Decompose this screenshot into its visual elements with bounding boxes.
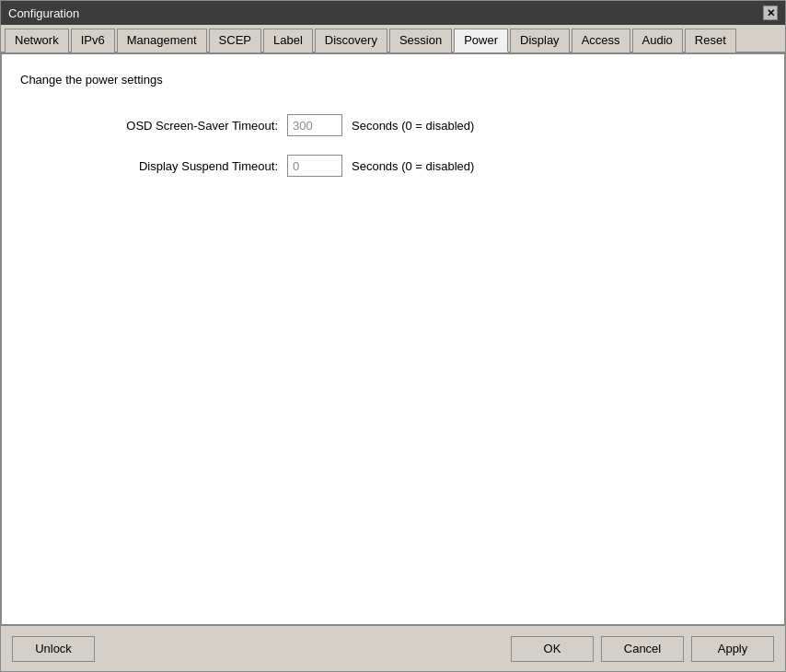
configuration-window: Configuration ✕ NetworkIPv6ManagementSCE… [0, 0, 786, 672]
title-bar: Configuration ✕ [1, 1, 785, 25]
field-hint-0: Seconds (0 = disabled) [352, 119, 474, 133]
tab-label[interactable]: Label [263, 29, 313, 52]
footer: Unlock OK Cancel Apply [1, 625, 785, 671]
tab-ipv6[interactable]: IPv6 [71, 29, 115, 52]
form-row-1: Display Suspend Timeout:Seconds (0 = dis… [75, 155, 766, 177]
unlock-button[interactable]: Unlock [12, 636, 95, 662]
ok-button[interactable]: OK [511, 636, 594, 662]
field-label-1: Display Suspend Timeout: [75, 159, 278, 173]
tabs-bar: NetworkIPv6ManagementSCEPLabelDiscoveryS… [1, 25, 785, 53]
footer-left: Unlock [12, 636, 95, 662]
field-hint-1: Seconds (0 = disabled) [352, 159, 474, 173]
close-button[interactable]: ✕ [763, 6, 778, 20]
tab-discovery[interactable]: Discovery [315, 29, 387, 52]
tab-access[interactable]: Access [572, 29, 630, 52]
tab-management[interactable]: Management [117, 29, 207, 52]
tab-scep[interactable]: SCEP [209, 29, 261, 52]
window-title: Configuration [8, 6, 79, 20]
footer-right: OK Cancel Apply [511, 636, 774, 662]
tab-audio[interactable]: Audio [632, 29, 683, 52]
tab-session[interactable]: Session [389, 29, 452, 52]
tab-display[interactable]: Display [510, 29, 570, 52]
tab-network[interactable]: Network [5, 29, 69, 52]
tab-reset[interactable]: Reset [685, 29, 736, 52]
apply-button[interactable]: Apply [691, 636, 774, 662]
field-input-0[interactable] [287, 114, 342, 136]
form-row-0: OSD Screen-Saver Timeout:Seconds (0 = di… [75, 114, 766, 136]
section-title: Change the power settings [20, 73, 766, 87]
field-label-0: OSD Screen-Saver Timeout: [75, 119, 278, 133]
content-area: Change the power settings OSD Screen-Sav… [1, 53, 785, 625]
form-grid: OSD Screen-Saver Timeout:Seconds (0 = di… [75, 114, 766, 177]
cancel-button[interactable]: Cancel [601, 636, 684, 662]
tab-power[interactable]: Power [454, 29, 508, 52]
field-input-1[interactable] [287, 155, 342, 177]
